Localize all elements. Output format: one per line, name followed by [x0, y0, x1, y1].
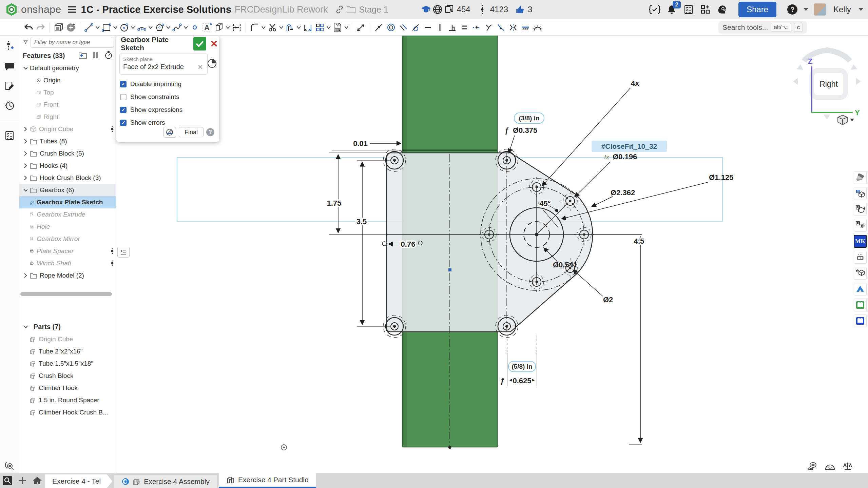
suppress-pause-icon[interactable] [93, 52, 98, 60]
final-button[interactable]: Final [179, 127, 204, 137]
chevron-right-icon[interactable] [23, 150, 27, 157]
tab-exercise-4-assembly[interactable]: Exercise 4 Assembly [114, 474, 217, 488]
workspace-name[interactable]: Stage 1 [359, 5, 388, 15]
sketch-plane-field[interactable]: Sketch plane Face of 2x2 Extrude ✕ [119, 54, 208, 75]
feature-row-hole[interactable]: Hole [19, 221, 116, 233]
trim-tool-caret-icon[interactable] [278, 21, 284, 34]
point-tool-button[interactable] [189, 21, 201, 34]
part-row-tube-15x15x18[interactable]: Tube 1.5"x1.5"x18" [19, 358, 116, 370]
tape-measure-icon[interactable] [807, 462, 817, 472]
feature-row-hook-crush-block-folder[interactable]: Hook Crush Block (3) [19, 172, 116, 184]
notes-icon[interactable] [5, 81, 14, 92]
normal-constraint-button[interactable] [483, 21, 495, 34]
chevron-right-icon[interactable] [23, 163, 27, 169]
fix-constraint-button[interactable] [519, 21, 532, 34]
part-row-climber-hook-crush-block[interactable]: Climber Hook Crush B... [19, 406, 116, 419]
fillet-tool-caret-icon[interactable] [261, 21, 266, 34]
horizontal-scrollbar[interactable] [20, 292, 112, 296]
main-menu-button[interactable] [66, 4, 78, 15]
feature-row-front-plane[interactable]: Front [19, 99, 116, 111]
user-avatar[interactable] [814, 3, 826, 16]
checkbox-show-expressions[interactable]: ✓ Show expressions [120, 106, 182, 114]
insert-version-icon[interactable] [5, 40, 14, 53]
feature-row-default-geometry[interactable]: Default geometry [19, 62, 116, 74]
clear-plane-icon[interactable]: ✕ [197, 63, 204, 71]
pattern-tool-caret-icon[interactable] [326, 21, 331, 34]
branch-dots-icon[interactable] [111, 248, 114, 255]
origin-marker[interactable] [281, 445, 287, 450]
chevron-down-icon[interactable] [23, 324, 27, 329]
tab-exercise-4-tel[interactable]: Exercise 4 - Tel [45, 474, 112, 488]
feature-row-origin-cube[interactable]: Origin Cube [19, 123, 116, 135]
feature-row-winch-shaft[interactable]: Winch Shaft [19, 257, 116, 269]
circle-tool-caret-icon[interactable] [130, 21, 136, 34]
like-icon[interactable] [514, 4, 526, 15]
share-button[interactable]: Share [738, 2, 776, 17]
copies-count-icon[interactable] [443, 4, 455, 15]
feature-row-origin[interactable]: Origin [19, 74, 116, 86]
robot-app-icon[interactable] [854, 251, 867, 264]
trim-tool-button[interactable] [266, 21, 278, 34]
rectangle-tool-button[interactable] [100, 21, 113, 34]
version-graph-icon[interactable] [477, 4, 488, 15]
branch-dots-icon[interactable] [111, 260, 114, 267]
chevron-down-icon[interactable] [23, 65, 27, 71]
appearance-swatches-icon[interactable] [854, 171, 867, 184]
perpendicular-constraint-button[interactable] [446, 21, 458, 34]
checkbox-checked-icon[interactable]: ✓ [120, 120, 127, 126]
blue-library-icon[interactable] [854, 314, 867, 327]
variables-cube-icon[interactable] [854, 219, 867, 232]
green-library-icon[interactable] [854, 299, 867, 311]
undo-button[interactable] [22, 21, 35, 34]
concentric-constraint-button[interactable] [385, 21, 397, 34]
tangent-constraint-button[interactable] [409, 21, 422, 34]
alloy-app-icon[interactable] [854, 283, 867, 296]
fillet-tool-button[interactable] [249, 21, 261, 34]
checkbox-checked-icon[interactable]: ✓ [120, 81, 127, 87]
bom-table-cube-icon[interactable] [854, 187, 867, 200]
protractor-icon[interactable] [825, 462, 835, 472]
dimension-tool-button[interactable] [231, 21, 243, 34]
ai-assistant-icon[interactable] [717, 4, 728, 15]
filter-icon[interactable] [23, 38, 28, 46]
arc-tool-caret-icon[interactable] [148, 21, 153, 34]
sketch-endpoint[interactable] [448, 446, 451, 449]
checkbox-unchecked-icon[interactable] [120, 94, 127, 100]
checkbox-disable-imprinting[interactable]: ✓ Disable imprinting [120, 80, 181, 88]
apps-grid-icon[interactable] [700, 4, 711, 15]
line-tool-caret-icon[interactable] [95, 21, 100, 34]
midpoint-constraint-button[interactable] [470, 21, 483, 34]
rollback-clock-icon[interactable] [104, 51, 113, 60]
selected-sketch-point[interactable] [448, 268, 451, 271]
feature-row-gearbox-mirror[interactable]: Gearbox Mirror [19, 233, 116, 245]
polygon-tool-button[interactable] [153, 21, 166, 34]
revolve-tool-button[interactable] [65, 21, 77, 34]
part-row-origin-cube[interactable]: Origin Cube [19, 333, 116, 345]
horizontal-constraint-button[interactable] [422, 21, 434, 34]
help-icon[interactable]: ? [787, 4, 798, 15]
chevron-right-icon[interactable] [23, 272, 27, 279]
line-tool-button[interactable] [83, 21, 95, 34]
sketch-view-button[interactable] [163, 127, 176, 138]
branch-dots-icon[interactable] [111, 126, 114, 133]
redo-button[interactable] [35, 21, 47, 34]
comments-icon[interactable] [4, 62, 15, 72]
equal-constraint-button[interactable] [458, 21, 470, 34]
export-cube-icon[interactable] [854, 267, 867, 280]
tab-manager-icon[interactable] [0, 473, 15, 488]
history-icon[interactable] [4, 100, 15, 111]
extrude-tool-button[interactable] [53, 21, 65, 34]
onshape-logo-icon[interactable] [5, 3, 18, 16]
arc-tool-button[interactable] [136, 21, 148, 34]
dialog-help-icon[interactable]: ? [206, 128, 214, 136]
coincident-constraint-button[interactable] [373, 21, 385, 34]
isometric-view-icon[interactable] [837, 115, 854, 126]
add-tab-button[interactable] [15, 473, 30, 488]
circle-tool-button[interactable] [118, 21, 130, 34]
slot-tool-caret-icon[interactable] [225, 21, 231, 34]
spline-tool-button[interactable] [171, 21, 183, 34]
config-cube-icon[interactable] [854, 203, 867, 216]
part-row-climber-hook[interactable]: Climber Hook [19, 382, 116, 394]
pattern-tool-button[interactable] [314, 21, 326, 34]
graphics-canvas[interactable]: 0.01 1.75 3.5 0.76 4.5 ƒ Ø0.375 (3/8) in… [116, 36, 868, 473]
